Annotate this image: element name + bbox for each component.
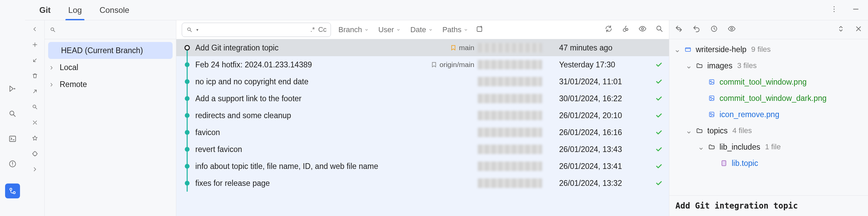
expand-collapse-icon[interactable] [837,25,845,35]
commit-message: redirects and some cleanup [195,111,291,120]
branch-local[interactable]: › Local [48,59,173,76]
tree-folder-libincludes[interactable]: ⌄ lib_includes 1 file [673,139,865,155]
log-row[interactable]: revert favicon 26/01/2024, 13:43 [176,141,669,158]
ref-tag: origin/main [431,61,474,69]
cherrypick-icon[interactable] [622,25,630,35]
chevron-down-icon: ⌄ [674,45,680,54]
date-cell: 26/01/2024, 16:16 [559,128,649,137]
expand-icon[interactable] [30,165,40,174]
image-file-icon [707,111,716,118]
tree-file[interactable]: commit_tool_window_dark.png [673,90,865,106]
graph-node [180,73,194,90]
date-cell: 30/01/2024, 16:22 [559,94,649,103]
graph-node [180,124,194,141]
tab-log[interactable]: Log [59,0,91,20]
graph-node [180,39,194,56]
graph-node [180,107,194,124]
graph-node [180,158,194,175]
status-icon [649,95,669,102]
eye-icon[interactable] [638,25,647,35]
log-list[interactable]: Add Git integration topic main 47 minute… [176,39,669,216]
log-row[interactable]: Feb 24 hotfix: 2024.01.233.14389 origin/… [176,56,669,73]
delete-icon[interactable] [30,71,40,81]
log-row[interactable]: fixes for release page 26/01/2024, 13:32 [176,175,669,192]
log-row[interactable]: Add a support link to the footer 30/01/2… [176,90,669,107]
terminal-icon[interactable] [7,133,18,144]
filter-user[interactable]: User [376,25,403,34]
tool-window-tabs: Git Log Console [25,0,868,20]
filter-paths[interactable]: Paths [440,25,470,34]
image-file-icon [707,79,716,85]
run-anything-icon[interactable] [7,83,18,94]
svg-point-0 [14,88,15,89]
svg-point-16 [642,28,644,30]
svg-point-7 [834,8,835,9]
svg-point-22 [710,81,711,82]
tree-folder-topics[interactable]: ⌄ topics 4 files [673,123,865,139]
tree-file[interactable]: commit_tool_window.png [673,74,865,90]
branch-head-label: HEAD (Current Branch) [61,46,143,55]
regex-toggle[interactable]: .* [310,26,315,34]
commit-message: Add Git integration topic [195,43,278,52]
filter-branch[interactable]: Branch [336,25,371,34]
log-row[interactable]: info about topic title, file name, ID, a… [176,158,669,175]
graph-node [180,90,194,107]
tree-folder-images[interactable]: ⌄ images 3 files [673,58,865,74]
log-search-box[interactable]: ▾ .* Cc [182,23,331,37]
topic-file-icon [719,160,728,167]
search-everywhere-icon[interactable] [7,108,18,119]
details-toolbar [669,20,868,39]
bookmark-icon [450,44,457,51]
commit-message: info about topic title, file name, ID, a… [195,162,378,171]
target-icon[interactable] [30,149,40,158]
log-row[interactable]: Add Git integration topic main 47 minute… [176,39,669,56]
branch-search[interactable] [45,20,176,39]
svg-rect-21 [709,80,714,84]
add-icon[interactable] [30,40,40,49]
tab-console[interactable]: Console [91,0,138,20]
compare-icon[interactable] [30,118,40,127]
status-icon [649,78,669,85]
vcs-icon[interactable] [5,183,20,198]
pull-icon[interactable] [30,56,40,65]
history-icon[interactable] [710,25,718,35]
log-panel: ▾ .* Cc Branch User Date Paths [176,20,669,216]
log-row[interactable]: redirects and some cleanup 26/01/2024, 2… [176,107,669,124]
minimize-icon[interactable] [852,5,860,15]
refresh-icon[interactable] [605,25,613,35]
favorite-icon[interactable] [30,133,40,143]
new-tab-icon[interactable] [476,25,484,35]
find-icon[interactable] [30,102,40,112]
case-toggle[interactable]: Cc [318,26,327,34]
tree-root[interactable]: ⌄ writerside-help 9 files [673,41,865,58]
find-in-log-icon[interactable] [655,25,664,35]
date-cell: 47 minutes ago [559,43,649,52]
undo-icon[interactable] [692,25,701,35]
tree-file-libtopic[interactable]: lib.topic [673,155,865,171]
preview-icon[interactable] [728,25,736,35]
tab-git[interactable]: Git [31,0,59,20]
bookmark-icon [431,61,437,68]
chevron-right-icon: › [50,80,56,89]
push-icon[interactable] [30,87,40,96]
commit-message-title: Add Git integration topic [669,195,868,216]
svg-point-1 [10,111,14,115]
swap-icon[interactable] [675,25,683,35]
back-icon[interactable] [30,24,40,34]
more-options-icon[interactable] [830,5,838,15]
branch-local-label: Local [60,63,78,72]
date-cell: 26/01/2024, 13:32 [559,179,649,188]
commit-message: favicon [195,128,220,137]
log-row[interactable]: no icp and no copyright end date 31/01/2… [176,73,669,90]
tree-file[interactable]: icon_remove.png [673,106,865,123]
branch-remote[interactable]: › Remote [48,76,173,93]
problems-icon[interactable] [7,158,18,169]
changed-files-tree[interactable]: ⌄ writerside-help 9 files ⌄ images 3 fil… [669,39,868,195]
branch-head[interactable]: HEAD (Current Branch) [48,42,173,59]
folder-icon [695,127,704,134]
close-details-icon[interactable] [854,25,863,35]
filter-date[interactable]: Date [408,25,435,34]
author-cell [478,128,559,137]
log-row[interactable]: favicon 26/01/2024, 16:16 [176,124,669,141]
status-icon [649,146,669,153]
